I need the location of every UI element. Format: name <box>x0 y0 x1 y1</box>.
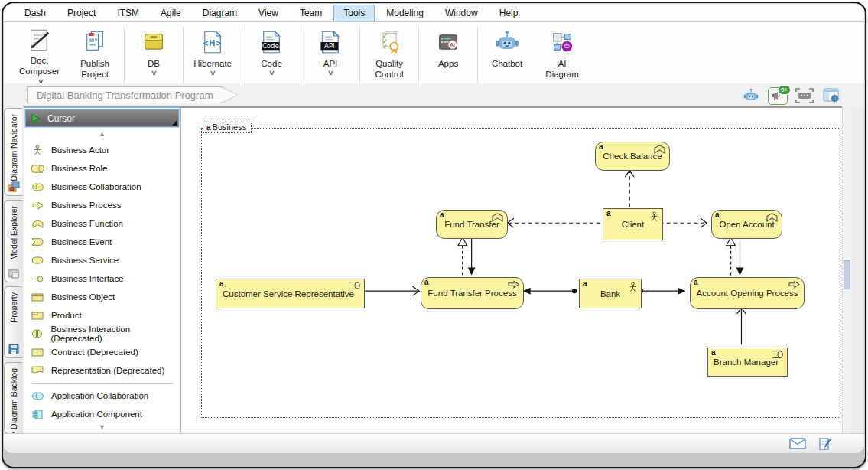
palette-item-business-interface[interactable]: Business Interface <box>24 269 180 288</box>
selection-frame-icon[interactable] <box>795 86 814 105</box>
business-role-icon <box>30 165 45 173</box>
node-check-balance[interactable]: a Check Balance <box>595 142 670 171</box>
db-button[interactable]: DB ∨ <box>126 25 181 86</box>
palette-item-business-actor[interactable]: Business Actor <box>24 141 180 159</box>
menu-agile[interactable]: Agile <box>151 5 191 21</box>
menu-project[interactable]: Project <box>57 5 106 21</box>
menu-window[interactable]: Window <box>435 5 488 21</box>
business-process-icon <box>788 280 800 289</box>
palette-cursor-tool[interactable]: Cursor <box>25 109 179 127</box>
business-process-icon <box>30 201 45 210</box>
menu-dash[interactable]: Dash <box>15 5 56 21</box>
palette-item-business-interaction[interactable]: Business Interaction (Deprecated) <box>24 325 180 343</box>
menu-diagram[interactable]: Diagram <box>193 5 247 21</box>
quality-control-button[interactable]: ✓✓✓ Quality Control <box>362 25 417 86</box>
palette-item-business-service[interactable]: Business Service <box>24 251 180 269</box>
announcements-badge: 9+ <box>778 85 791 95</box>
palette-scroll-up[interactable]: ▲ <box>24 127 180 141</box>
diagram-connectors <box>181 108 842 434</box>
app-window: Dash Project ITSM Agile Diagram View Tea… <box>2 2 866 468</box>
menu-team[interactable]: Team <box>290 5 332 21</box>
node-label: Fund Transfer Process <box>427 289 516 298</box>
palette-item-representation[interactable]: Representation (Deprecated) <box>24 361 180 380</box>
palette-item-product[interactable]: Product <box>24 306 180 325</box>
ai-diagram-label: AI Diagram <box>545 58 578 80</box>
breadcrumb-title: Digital Banking Transformation Program <box>28 87 237 103</box>
palette-item-business-object[interactable]: Business Object <box>24 288 180 306</box>
api-label: API <box>323 58 338 69</box>
node-customer-service-representative[interactable]: a Customer Service Representative <box>216 279 365 308</box>
announcements-icon[interactable]: 9+ <box>768 87 788 105</box>
menu-bar: Dash Project ITSM Agile Diagram View Tea… <box>4 4 864 22</box>
code-label: Code <box>261 58 282 69</box>
apps-button[interactable]: AI Apps <box>421 25 476 86</box>
application-collaboration-icon <box>30 392 45 400</box>
business-object-icon <box>30 293 45 302</box>
chatbot-button[interactable]: Chatbot <box>480 25 535 86</box>
edit-note-icon[interactable] <box>818 437 832 451</box>
palette-item-business-role[interactable]: Business Role <box>24 159 180 178</box>
tab-diagram-navigator[interactable]: Diagram Navigator <box>4 108 22 196</box>
business-function-icon <box>30 220 45 228</box>
palette-divider <box>31 383 173 384</box>
diagram-navigator-icon <box>8 181 20 192</box>
api-dropdown-chevron: ∨ <box>327 70 333 77</box>
palette-item-business-collaboration[interactable]: Business Collaboration <box>24 178 180 196</box>
palette-item-contract[interactable]: Contract (Deprecated) <box>24 343 180 361</box>
database-icon <box>141 28 166 56</box>
tab-diagram-backlog[interactable]: Diagram Backlog ▾ <box>4 362 22 434</box>
quality-control-label: Quality Control <box>375 58 404 80</box>
business-process-icon <box>508 280 519 289</box>
node-open-account[interactable]: a Open Account <box>711 210 782 239</box>
layers-panel-icon[interactable] <box>821 86 841 105</box>
mail-icon[interactable] <box>789 438 806 449</box>
business-role-icon <box>346 282 360 289</box>
publish-project-button[interactable]: Publish Project <box>67 25 122 86</box>
tab-model-explorer[interactable]: Model Explorer <box>4 200 22 282</box>
ai-diagram-button[interactable]: AI Diagram <box>535 25 590 86</box>
breadcrumb[interactable]: Digital Banking Transformation Program <box>27 86 238 103</box>
node-bank[interactable]: a Bank <box>579 279 642 308</box>
diagram-canvas[interactable]: a Business <box>181 106 842 434</box>
code-icon: Code <box>259 28 284 56</box>
menu-help[interactable]: Help <box>489 5 528 21</box>
publish-project-label: Publish Project <box>80 58 109 80</box>
hibernate-button[interactable]: <H> Hibernate ∨ <box>185 25 240 86</box>
menu-view[interactable]: View <box>249 5 288 21</box>
representation-icon <box>30 366 45 375</box>
palette-item-business-process[interactable]: Business Process <box>24 196 180 214</box>
node-fund-transfer-process[interactable]: a Fund Transfer Process <box>421 277 524 309</box>
palette-item-business-function[interactable]: Business Function <box>24 214 180 233</box>
chatbot-icon <box>494 28 520 56</box>
toolbar-separator <box>242 27 242 84</box>
svg-text:✓: ✓ <box>382 43 388 51</box>
doc-composer-button[interactable]: Doc. Composer ∨ <box>11 25 67 86</box>
palette-scroll-down[interactable]: ▼ <box>24 420 180 434</box>
palette-item-application-collaboration[interactable]: Application Collaboration <box>24 387 180 405</box>
node-branch-manager[interactable]: a Branch Manager <box>707 348 788 377</box>
menu-modeling[interactable]: Modeling <box>376 5 434 21</box>
business-interaction-icon <box>30 329 45 338</box>
property-icon <box>8 344 20 354</box>
menu-tools[interactable]: Tools <box>333 5 375 21</box>
palette-item-business-event[interactable]: Business Event <box>24 233 180 251</box>
scrollbar-thumb[interactable] <box>844 260 850 289</box>
menu-itsm[interactable]: ITSM <box>107 5 149 21</box>
code-button[interactable]: Code Code ∨ <box>244 25 299 86</box>
api-button[interactable]: API API ∨ <box>303 25 358 86</box>
app-window-content: Dash Project ITSM Agile Diagram View Tea… <box>4 4 864 453</box>
business-interface-icon <box>30 276 45 282</box>
code-dropdown-chevron: ∨ <box>268 70 275 77</box>
node-client[interactable]: a Client <box>603 208 663 240</box>
publish-project-icon <box>83 28 107 56</box>
svg-text:<H>: <H> <box>203 38 223 47</box>
main-area: Diagram Navigator Model Explorer Propert… <box>4 106 864 434</box>
node-fund-transfer[interactable]: a Fund Transfer <box>436 210 508 239</box>
tab-property[interactable]: Property <box>4 286 22 358</box>
canvas-vertical-scrollbar[interactable] <box>842 106 851 434</box>
toolbar-separator <box>359 27 360 84</box>
node-label: Account Opening Process <box>697 289 798 298</box>
model-explorer-icon <box>8 268 20 279</box>
node-account-opening-process[interactable]: a Account Opening Process <box>690 277 805 309</box>
chatbot-assistant-icon[interactable] <box>741 86 761 105</box>
